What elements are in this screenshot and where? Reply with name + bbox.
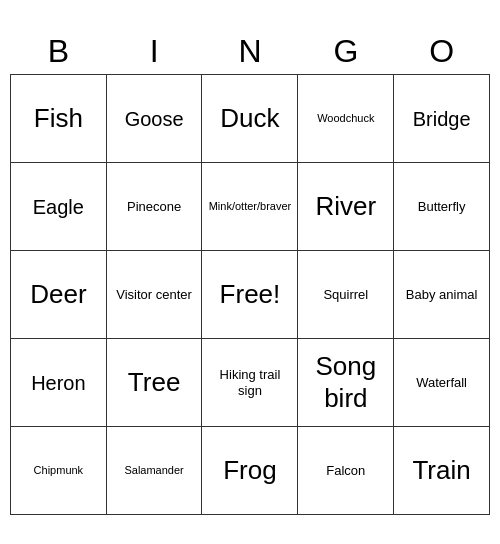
header-row: BINGO (11, 29, 490, 75)
cell-1-0: Eagle (11, 163, 107, 251)
cell-4-0: Chipmunk (11, 427, 107, 515)
cell-2-2: Free! (202, 251, 298, 339)
cell-4-4: Train (394, 427, 490, 515)
cell-3-3: Song bird (298, 339, 394, 427)
cell-1-2: Mink/otter/braver (202, 163, 298, 251)
header-cell: O (394, 29, 490, 75)
cell-1-1: Pinecone (106, 163, 202, 251)
table-row: HeronTreeHiking trail signSong birdWater… (11, 339, 490, 427)
table-row: EaglePineconeMink/otter/braverRiverButte… (11, 163, 490, 251)
cell-0-1: Goose (106, 75, 202, 163)
table-row: ChipmunkSalamanderFrogFalconTrain (11, 427, 490, 515)
cell-2-3: Squirrel (298, 251, 394, 339)
cell-4-3: Falcon (298, 427, 394, 515)
cell-3-4: Waterfall (394, 339, 490, 427)
cell-4-2: Frog (202, 427, 298, 515)
table-row: DeerVisitor centerFree!SquirrelBaby anim… (11, 251, 490, 339)
cell-3-0: Heron (11, 339, 107, 427)
bingo-card: BINGO FishGooseDuckWoodchuckBridgeEagleP… (10, 29, 490, 515)
cell-0-3: Woodchuck (298, 75, 394, 163)
cell-3-2: Hiking trail sign (202, 339, 298, 427)
cell-4-1: Salamander (106, 427, 202, 515)
cell-0-4: Bridge (394, 75, 490, 163)
header-cell: B (11, 29, 107, 75)
cell-0-0: Fish (11, 75, 107, 163)
cell-2-1: Visitor center (106, 251, 202, 339)
table-row: FishGooseDuckWoodchuckBridge (11, 75, 490, 163)
cell-1-3: River (298, 163, 394, 251)
cell-2-0: Deer (11, 251, 107, 339)
cell-2-4: Baby animal (394, 251, 490, 339)
bingo-body: FishGooseDuckWoodchuckBridgeEaglePinecon… (11, 75, 490, 515)
cell-0-2: Duck (202, 75, 298, 163)
header-cell: I (106, 29, 202, 75)
header-cell: N (202, 29, 298, 75)
header-cell: G (298, 29, 394, 75)
cell-3-1: Tree (106, 339, 202, 427)
cell-1-4: Butterfly (394, 163, 490, 251)
